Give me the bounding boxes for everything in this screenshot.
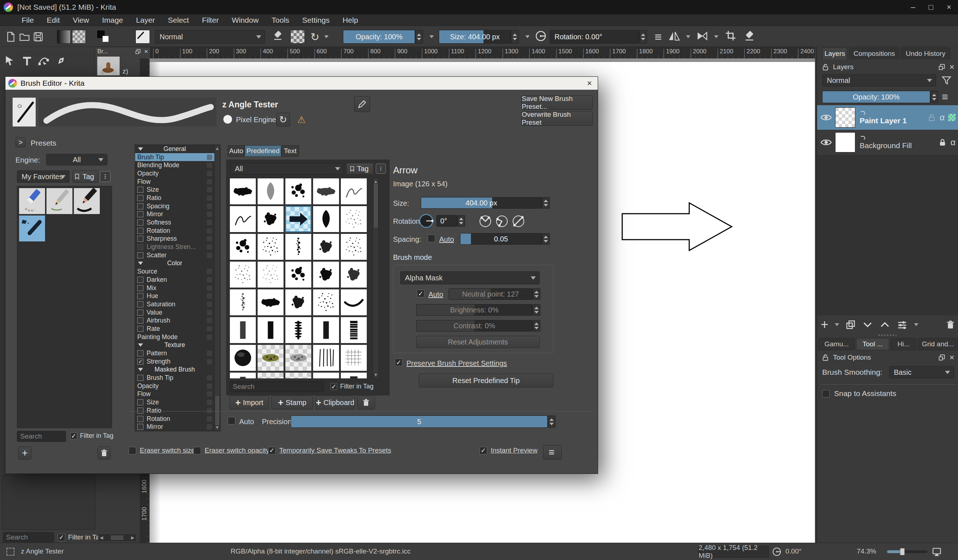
presets-expander-button[interactable]: > (16, 137, 25, 148)
rotation-spin[interactable] (639, 30, 647, 44)
layer-thumbnail[interactable] (835, 107, 855, 128)
option-scatter[interactable]: Scatter (135, 251, 214, 259)
option-lock-icon[interactable] (207, 286, 212, 291)
fit-to-screen-icon[interactable] (932, 547, 942, 557)
wipe-eraser-icon[interactable] (744, 30, 759, 44)
brush-tip-spine[interactable] (285, 317, 312, 343)
option-lock-icon[interactable] (207, 211, 212, 217)
menu-edit[interactable]: Edit (40, 16, 66, 24)
brush-tip-hatch[interactable] (341, 344, 367, 371)
status-doc-size[interactable]: 2,480 x 1,754 (51.2 MiB) (698, 546, 769, 558)
float-icon[interactable] (135, 48, 141, 55)
brush-tip-spray[interactable] (257, 233, 284, 260)
save-document-icon[interactable] (32, 30, 45, 44)
option-checkbox[interactable] (137, 211, 143, 217)
brush-tip-moss[interactable] (257, 344, 284, 371)
brush-preset-chip[interactable] (135, 30, 150, 44)
clipboard-tip-button[interactable]: +Clipboard (315, 396, 355, 409)
alpha-channel-icon[interactable]: α (940, 113, 945, 122)
docker-filter-in-tag-checkbox[interactable]: ✓ (58, 534, 65, 541)
brush-tip-spray[interactable] (341, 233, 367, 260)
tab-predefined[interactable]: Predefined (245, 145, 281, 157)
gradient-chip[interactable] (57, 30, 71, 44)
option-checkbox[interactable] (137, 203, 143, 209)
mirror-horizontal-icon[interactable] (696, 30, 712, 44)
tip-rotation-spinbox[interactable]: 0° (436, 215, 465, 227)
option-checkbox[interactable] (137, 236, 143, 242)
option-lightness-stren-[interactable]: Lightness Stren... (135, 243, 214, 251)
overwrite-preset-button[interactable]: Overwrite Brush Preset (521, 111, 593, 126)
menu-layer[interactable]: Layer (130, 16, 162, 24)
tab-hi-[interactable]: Hi... (891, 338, 917, 350)
brush-tip-dots[interactable] (285, 261, 312, 288)
option-lock-icon[interactable] (207, 244, 212, 250)
option-darken[interactable]: Darken (135, 276, 214, 284)
spacing-auto-checkbox[interactable] (428, 235, 435, 242)
footer-option-eraser-switch-size[interactable]: Eraser switch size (128, 446, 195, 454)
menu-help[interactable]: Help (336, 16, 365, 24)
option-blending-mode[interactable]: Blending Mode (135, 161, 214, 170)
option-checkbox[interactable] (137, 408, 143, 414)
option-lock-icon[interactable] (207, 408, 212, 413)
rotation-dial-widget[interactable] (419, 214, 433, 228)
float-close-icon[interactable]: × (144, 48, 148, 56)
preset-docker-search-input[interactable] (3, 532, 54, 543)
tab-auto[interactable]: Auto (228, 145, 245, 157)
brush-mode-dropdown[interactable]: Alpha Mask (400, 271, 540, 284)
option-lock-icon[interactable] (207, 335, 212, 340)
option-checkbox[interactable] (137, 285, 143, 291)
preset-detail-toggle-icon[interactable] (100, 171, 111, 182)
size-caret-icon[interactable] (525, 35, 530, 38)
toolbar-size[interactable]: Size: 404.00 px (439, 30, 519, 44)
brush-tip-splat[interactable] (313, 233, 339, 260)
reload-engine-icon[interactable]: ↻ (276, 113, 290, 127)
tip-search[interactable] (230, 381, 324, 392)
option-softness[interactable]: Softness (135, 218, 214, 227)
option-checkbox[interactable] (137, 309, 143, 316)
brush-tip-paw[interactable] (257, 372, 284, 378)
option-opacity[interactable]: Opacity (135, 170, 214, 178)
rename-preset-icon[interactable] (354, 96, 370, 112)
mirror-vertical-icon[interactable] (668, 30, 684, 44)
reload-preset-icon[interactable]: ↻ (308, 30, 321, 44)
layer-row-paint-layer-1[interactable]: Paint Layer 1α (817, 105, 958, 130)
option-lock-icon[interactable] (207, 162, 212, 168)
brush-tip-spray[interactable] (257, 261, 284, 288)
option-lock-icon[interactable] (207, 155, 212, 160)
option-flow[interactable]: Flow (135, 390, 214, 398)
option-lock-icon[interactable] (207, 179, 212, 184)
rotation-mode-drawing-angle-icon[interactable] (512, 214, 525, 228)
option-mirror[interactable]: Mirror (135, 211, 214, 219)
brush-tip-barLines[interactable] (341, 372, 367, 378)
brush-tip-blobH[interactable] (313, 178, 339, 205)
option-rate[interactable]: Rate (135, 325, 214, 333)
brush-tip-dots[interactable] (230, 233, 256, 260)
option-lock-icon[interactable] (207, 416, 212, 422)
footer-option-eraser-switch-opacity[interactable]: Eraser switch opacity (194, 446, 270, 454)
option-lock-icon[interactable] (207, 252, 212, 258)
footer-option-instant-preview[interactable]: ✓Instant Preview (479, 446, 538, 454)
option-ratio[interactable]: Ratio (135, 194, 214, 202)
tool-options-float-icon[interactable] (938, 354, 946, 362)
option-brush-tip[interactable]: Brush Tip (135, 374, 214, 382)
option-airbrush[interactable]: Airbrush (135, 316, 214, 325)
options-scrollbar[interactable]: ▲▼ (214, 145, 220, 431)
option-ratio[interactable]: Ratio (135, 406, 214, 415)
zoom-slider-handle[interactable] (900, 548, 905, 555)
option-saturation[interactable]: Saturation (135, 300, 214, 308)
tip-filter-in-tag-checkbox[interactable]: ✓ (330, 383, 337, 390)
brush-tip-barV[interactable] (230, 372, 256, 378)
status-rotation-dial-icon[interactable] (772, 547, 782, 557)
maximize-button[interactable]: □ (922, 0, 940, 14)
option-checkbox[interactable] (137, 399, 143, 405)
brush-tip-barLines[interactable] (341, 317, 367, 343)
brush-tip-dotcol[interactable] (230, 289, 256, 316)
option-flow[interactable]: Flow (135, 178, 214, 186)
option-checkbox[interactable] (137, 416, 143, 422)
fg-bg-color-chip[interactable] (97, 30, 110, 44)
brush-tip-blobH[interactable] (257, 289, 284, 316)
brush-tip-arrow-selected[interactable] (285, 206, 312, 232)
preserve-preset-checkbox[interactable]: ✓ (395, 359, 403, 366)
option-lock-icon[interactable] (207, 293, 212, 299)
open-document-icon[interactable] (18, 30, 31, 44)
